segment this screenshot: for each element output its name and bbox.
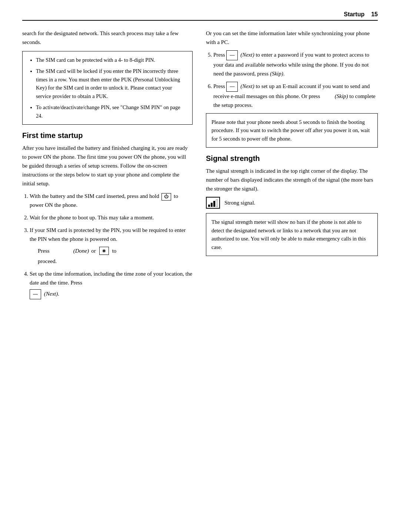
header-page-number: 15	[371, 11, 378, 18]
boot-note-text: Please note that your phone needs about …	[211, 119, 370, 142]
next-key-4: —	[30, 289, 41, 299]
step-5-text-before: Press	[213, 52, 226, 58]
signal-text: The signal strength is indicated in the …	[206, 166, 378, 193]
or-text: Or you can set the time information late…	[206, 29, 378, 47]
bar-1	[208, 205, 210, 207]
signal-note-text: The signal strength meter will show no b…	[211, 219, 366, 250]
bar-3	[213, 201, 215, 207]
header-title: Startup	[344, 11, 364, 18]
skip-label-5: (Skip)	[270, 71, 283, 77]
left-column: search for the designated network. This …	[22, 29, 193, 303]
boot-note-box: Please note that your phone needs about …	[206, 113, 378, 148]
step-1-text-before: With the battery and the SIM card insert…	[30, 193, 160, 199]
next-label-5: (Next)	[240, 52, 254, 58]
page: Startup 15 search for the designated net…	[0, 0, 400, 532]
press-label: Press	[38, 246, 50, 255]
step-4-text-before: Set up the time information, including t…	[30, 271, 192, 286]
first-time-text: After you have installed the battery and…	[22, 144, 193, 188]
bar-4	[216, 199, 218, 207]
signal-icon-row: Strong signal.	[206, 197, 378, 209]
step-3-press-block: Press (Done) or to proceed.	[30, 246, 193, 266]
step-2: Wait for the phone to boot up. This may …	[30, 213, 193, 222]
step-1: With the battery and the SIM card insert…	[30, 192, 193, 209]
step-6-text-before: Press	[213, 83, 226, 89]
power-key-icon	[161, 193, 171, 201]
done-label: (Done)	[73, 246, 89, 255]
next-key-6: —	[226, 82, 238, 92]
sim-info-list: The SIM card can be protected with a 4- …	[28, 56, 187, 120]
step-4-key-block: — (Next).	[30, 289, 193, 299]
step-4-period: .	[58, 291, 59, 297]
sim-list-item-3: To activate/deactivate/change PIN, see "…	[36, 103, 187, 120]
step-6: Press — (Next) to set up an E-mail accou…	[213, 82, 378, 110]
strong-signal-label: Strong signal.	[224, 200, 255, 206]
step-4: Set up the time information, including t…	[30, 269, 193, 299]
press-line: Press (Done) or to	[38, 246, 193, 255]
first-time-heading: First time startup	[22, 131, 193, 140]
sim-list-item-1: The SIM card can be protected with a 4- …	[36, 56, 187, 64]
or-label: or	[91, 246, 96, 255]
next-key-5: —	[226, 50, 238, 60]
skip-label-6: (Skip)	[335, 93, 348, 99]
signal-heading: Signal strength	[206, 154, 378, 163]
sim-list-item-2: The SIM card will be locked if you enter…	[36, 67, 187, 100]
to-label: to	[112, 246, 117, 255]
next-label-4: (Next)	[44, 291, 58, 297]
signal-note-box: The signal strength meter will show no b…	[206, 213, 378, 256]
intro-text: search for the designated network. This …	[22, 29, 193, 47]
signal-bars-icon	[206, 197, 220, 209]
step-3-text: If your SIM card is protected by the PIN…	[30, 227, 186, 242]
sim-info-box: The SIM card can be protected with a 4- …	[22, 51, 193, 125]
right-steps-list: Press — (Next) to enter a password if yo…	[206, 50, 378, 110]
steps-list: With the battery and the SIM card insert…	[22, 192, 193, 299]
page-header: Startup 15	[22, 11, 378, 21]
camera-key-icon	[99, 247, 109, 255]
step-3: If your SIM card is protected by the PIN…	[30, 226, 193, 266]
right-column: Or you can set the time information late…	[206, 29, 378, 303]
step-5: Press — (Next) to enter a password if yo…	[213, 50, 378, 78]
next-label-6: (Next)	[240, 83, 254, 89]
bar-2	[211, 203, 213, 207]
two-column-layout: search for the designated network. This …	[22, 29, 378, 303]
proceed-label: proceed.	[38, 257, 193, 266]
